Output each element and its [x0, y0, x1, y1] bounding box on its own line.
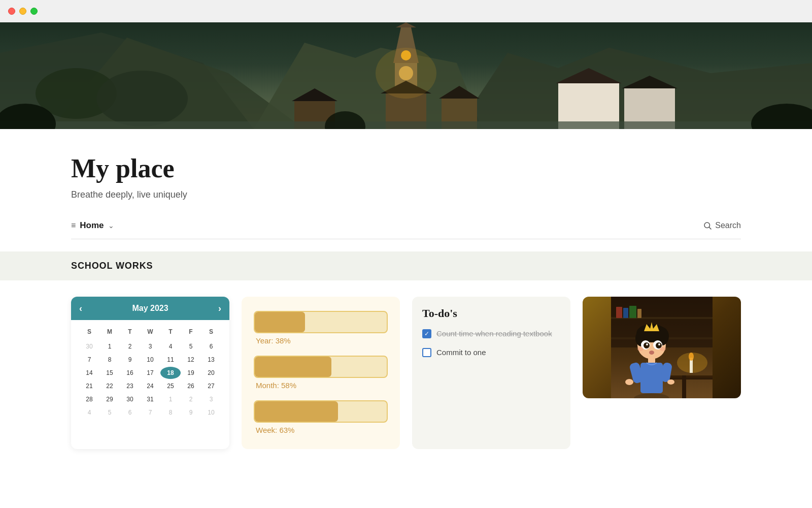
- cal-cell[interactable]: 30: [79, 340, 99, 353]
- progress-month: Month: 58%: [254, 356, 388, 390]
- cal-day-s2: S: [201, 326, 221, 337]
- nav-chevron-icon[interactable]: ⌄: [108, 221, 114, 230]
- cal-cell[interactable]: 3: [140, 340, 160, 353]
- list-icon: ≡: [71, 221, 76, 230]
- cal-cell[interactable]: 6: [120, 406, 140, 419]
- cal-cell[interactable]: 31: [140, 393, 160, 405]
- character-svg: [583, 297, 741, 398]
- progress-label-week: Week: 63%: [254, 426, 294, 434]
- cal-month-year: May 2023: [132, 304, 168, 313]
- cal-cell[interactable]: 4: [79, 406, 99, 419]
- cal-cell[interactable]: 6: [201, 340, 221, 353]
- progress-bar-month: [254, 356, 388, 378]
- cal-cell[interactable]: 23: [120, 380, 140, 392]
- cal-day-m: M: [99, 326, 120, 337]
- cal-cell[interactable]: 13: [201, 354, 221, 366]
- minimize-button[interactable]: [19, 8, 26, 15]
- svg-point-61: [637, 347, 644, 351]
- cal-cell[interactable]: 24: [140, 380, 160, 392]
- svg-point-41: [689, 353, 694, 361]
- cal-cell[interactable]: 30: [120, 393, 140, 405]
- cal-cell[interactable]: 29: [99, 393, 120, 405]
- cal-cell[interactable]: 27: [201, 380, 221, 392]
- cal-day-w: W: [140, 326, 160, 337]
- cal-cell[interactable]: 7: [140, 406, 160, 419]
- page-title: My place: [71, 153, 741, 183]
- todo-widget: To-do's Count time when reading textbook…: [412, 297, 570, 449]
- hero-scene: [0, 22, 812, 129]
- nav-search-button[interactable]: Search: [703, 221, 741, 230]
- cal-day-f: F: [181, 326, 201, 337]
- cal-cell[interactable]: 7: [79, 354, 99, 366]
- cal-cell[interactable]: 5: [99, 406, 120, 419]
- cal-cell[interactable]: 8: [160, 406, 181, 419]
- todo-title: To-do's: [422, 307, 560, 320]
- todo-item-2: Commit to one: [422, 347, 560, 359]
- svg-point-46: [625, 379, 633, 385]
- progress-label-month: Month: 58%: [254, 381, 296, 390]
- cal-cell[interactable]: 12: [181, 354, 201, 366]
- cal-cell[interactable]: 14: [79, 367, 99, 379]
- cal-today-cell[interactable]: 18: [160, 367, 181, 379]
- cal-prev-button[interactable]: ‹: [79, 304, 82, 313]
- calendar-body: S M T W T F S 30 1 2 3 4: [71, 320, 229, 427]
- cal-cell[interactable]: 15: [99, 367, 120, 379]
- cal-day-t2: T: [160, 326, 181, 337]
- cal-cell[interactable]: 2: [120, 340, 140, 353]
- svg-point-60: [649, 351, 654, 355]
- cal-day-s1: S: [79, 326, 99, 337]
- cal-next-button[interactable]: ›: [218, 304, 221, 313]
- cal-cell[interactable]: 9: [120, 354, 140, 366]
- svg-point-58: [646, 343, 648, 345]
- widget-grid: ‹ May 2023 › S M T W T F S: [71, 280, 741, 449]
- cal-cell[interactable]: 5: [181, 340, 201, 353]
- image-widget: [583, 297, 741, 398]
- cal-cell[interactable]: 21: [79, 380, 99, 392]
- svg-rect-36: [637, 309, 641, 318]
- cal-cell[interactable]: 10: [140, 354, 160, 366]
- cal-cell[interactable]: 1: [160, 393, 181, 405]
- cal-days-header: S M T W T F S: [79, 326, 221, 337]
- progress-bar-year: [254, 311, 388, 333]
- todo-text-2: Commit to one: [436, 347, 486, 359]
- hero-banner: [0, 22, 812, 129]
- cal-cell[interactable]: 10: [201, 406, 221, 419]
- svg-rect-43: [640, 363, 663, 393]
- cal-cell[interactable]: 25: [160, 380, 181, 392]
- cal-grid: 30 1 2 3 4 5 6 7 8 9 10 11 12 1: [79, 340, 221, 419]
- cal-cell[interactable]: 28: [79, 393, 99, 405]
- nav-left: ≡ Home ⌄: [71, 220, 114, 231]
- cal-cell[interactable]: 17: [140, 367, 160, 379]
- cal-cell[interactable]: 22: [99, 380, 120, 392]
- calendar-widget: ‹ May 2023 › S M T W T F S: [71, 297, 229, 449]
- todo-checkbox-1[interactable]: [422, 329, 431, 338]
- progress-fill-month: [255, 357, 331, 377]
- todo-checkbox-2[interactable]: [422, 348, 431, 357]
- svg-point-27: [704, 223, 710, 228]
- todo-item-1: Count time when reading textbook: [422, 328, 560, 340]
- svg-rect-33: [616, 307, 622, 318]
- maximize-button[interactable]: [30, 8, 38, 15]
- cal-cell[interactable]: 8: [99, 354, 120, 366]
- cal-cell[interactable]: 16: [120, 367, 140, 379]
- cal-cell[interactable]: 1: [99, 340, 120, 353]
- cal-cell[interactable]: 11: [160, 354, 181, 366]
- page-wrapper: My place Breathe deeply, live uniquely ≡…: [0, 0, 812, 449]
- todo-text-1: Count time when reading textbook: [436, 328, 552, 340]
- cal-cell[interactable]: 19: [181, 367, 201, 379]
- svg-point-23: [376, 48, 436, 99]
- cal-cell[interactable]: 3: [201, 393, 221, 405]
- progress-label-year: Year: 38%: [254, 336, 291, 345]
- nav-home-link[interactable]: Home: [80, 220, 104, 231]
- svg-rect-34: [623, 308, 628, 318]
- progress-widget: Year: 38% Month: 58% Week: 63%: [242, 297, 400, 449]
- cal-cell[interactable]: 20: [201, 367, 221, 379]
- titlebar: [0, 0, 812, 22]
- close-button[interactable]: [8, 8, 15, 15]
- cal-cell[interactable]: 9: [181, 406, 201, 419]
- cal-cell[interactable]: 2: [181, 393, 201, 405]
- cal-cell[interactable]: 4: [160, 340, 181, 353]
- main-grid: ‹ May 2023 › S M T W T F S: [0, 280, 812, 449]
- cal-cell[interactable]: 26: [181, 380, 201, 392]
- svg-rect-39: [682, 375, 686, 398]
